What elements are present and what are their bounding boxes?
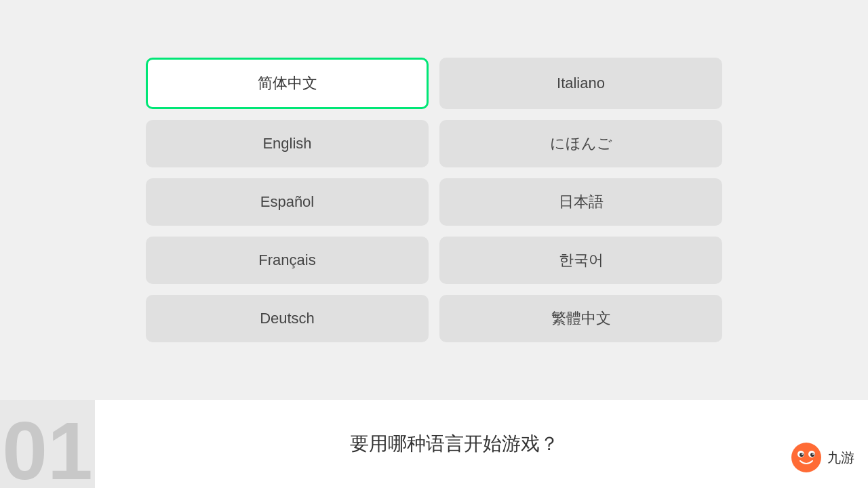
lang-btn-english[interactable]: English bbox=[146, 120, 429, 167]
bottom-bar: 01 要用哪种语言开始游戏？ 九游 bbox=[0, 400, 868, 488]
lang-btn-japanese-hiragana[interactable]: にほんご bbox=[439, 120, 722, 167]
jiuyou-icon bbox=[789, 441, 823, 474]
lang-btn-french[interactable]: Français bbox=[146, 237, 429, 284]
lang-btn-japanese-kanji[interactable]: 日本語 bbox=[439, 178, 722, 226]
svg-point-5 bbox=[802, 453, 803, 455]
svg-point-0 bbox=[791, 443, 821, 472]
lang-btn-italian[interactable]: Italiano bbox=[439, 58, 722, 109]
svg-point-3 bbox=[800, 453, 804, 457]
jiuyou-text: 九游 bbox=[827, 449, 854, 467]
lang-btn-traditional-chinese[interactable]: 繁體中文 bbox=[439, 295, 722, 342]
lang-btn-german[interactable]: Deutsch bbox=[146, 295, 429, 342]
svg-point-4 bbox=[810, 453, 814, 457]
jiuyou-logo: 九游 bbox=[789, 441, 854, 474]
step-number: 01 bbox=[2, 410, 92, 488]
step-decoration: 01 bbox=[0, 400, 95, 488]
language-grid: 简体中文 Italiano English にほんご Español 日本語 F… bbox=[146, 58, 722, 342]
lang-btn-korean[interactable]: 한국어 bbox=[439, 237, 722, 284]
lang-btn-spanish[interactable]: Español bbox=[146, 178, 429, 226]
lang-btn-simplified-chinese[interactable]: 简体中文 bbox=[146, 58, 429, 109]
language-selection-area: 简体中文 Italiano English にほんご Español 日本語 F… bbox=[0, 0, 868, 400]
language-question: 要用哪种语言开始游戏？ bbox=[350, 431, 559, 457]
svg-point-6 bbox=[812, 453, 814, 455]
